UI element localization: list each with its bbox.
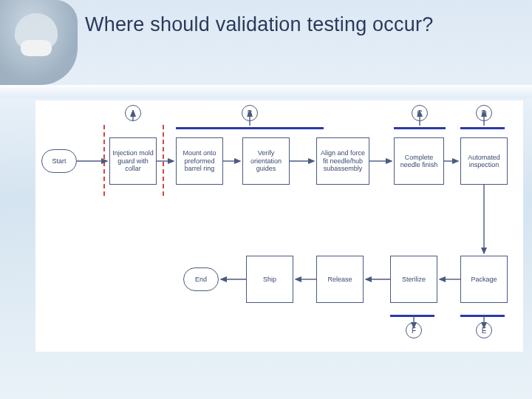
label-d: D — [476, 105, 492, 121]
node-auto-inspection: Automated inspection — [460, 137, 508, 185]
marker-a-left — [103, 125, 105, 196]
span-e — [460, 315, 505, 317]
node-release: Release — [316, 256, 364, 303]
background-divider — [0, 85, 532, 98]
node-align: Align and force fit needle/hub subassemb… — [316, 137, 369, 185]
node-complete: Complete needle finish — [394, 137, 444, 185]
node-package: Package — [460, 256, 508, 303]
node-sterilize: Sterilize — [390, 256, 437, 303]
flow-diagram: A B C D E F Start Injection mold guard w… — [35, 100, 523, 352]
label-c: C — [412, 105, 428, 121]
span-f — [390, 315, 434, 317]
node-mount: Mount onto preformed barrel ring — [176, 137, 223, 185]
page-title: Where should validation testing occur? — [85, 13, 433, 36]
background-image-surgeon — [0, 0, 78, 85]
label-f: F — [406, 322, 422, 338]
node-start: Start — [41, 149, 77, 173]
span-b — [176, 127, 324, 129]
node-verify: Verify orientation guides — [242, 137, 290, 185]
marker-a-right — [163, 125, 164, 196]
label-b: B — [242, 105, 258, 121]
label-e: E — [476, 322, 492, 338]
label-a: A — [125, 105, 141, 121]
node-ship: Ship — [246, 256, 293, 303]
span-d — [460, 127, 505, 129]
span-c — [394, 127, 446, 129]
node-end: End — [183, 267, 219, 291]
node-injection-mold: Injection mold guard with collar — [109, 137, 157, 185]
